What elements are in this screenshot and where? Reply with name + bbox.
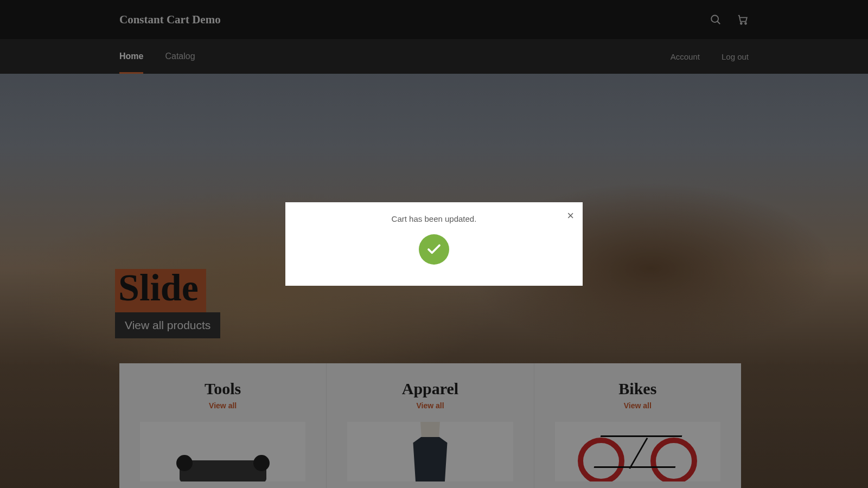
modal-message: Cart has been updated. [392, 214, 477, 223]
close-icon[interactable]: × [567, 210, 574, 222]
success-check-icon [419, 234, 449, 265]
cart-updated-modal: × Cart has been updated. [285, 202, 583, 286]
modal-backdrop[interactable]: × Cart has been updated. [0, 0, 868, 488]
